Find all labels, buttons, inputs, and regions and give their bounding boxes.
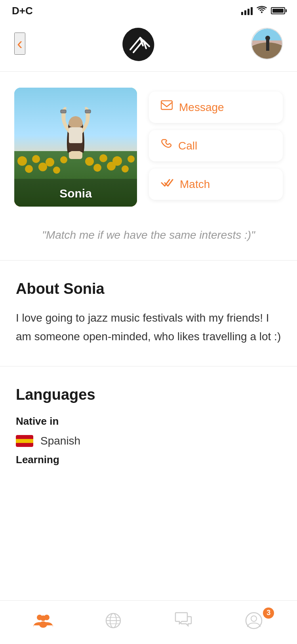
svg-point-23 (122, 165, 129, 172)
profile-badge: 3 (263, 608, 274, 619)
svg-point-10 (17, 156, 27, 166)
svg-point-13 (60, 156, 67, 163)
match-button[interactable]: Match (149, 169, 283, 200)
profile-photo: Sonia (14, 88, 137, 207)
about-body: I love going to jazz music festivals wit… (16, 309, 281, 346)
svg-rect-30 (161, 101, 172, 109)
match-icon (161, 177, 173, 191)
svg-point-17 (128, 155, 135, 163)
svg-rect-6 (266, 40, 269, 51)
svg-point-14 (85, 157, 94, 166)
nav-profile[interactable]: 3 (228, 607, 280, 638)
svg-point-34 (40, 615, 46, 621)
spanish-label: Spanish (40, 435, 80, 447)
svg-point-21 (93, 164, 101, 172)
about-title: About Sonia (16, 280, 281, 297)
nav-chat[interactable] (158, 607, 209, 638)
message-icon (161, 100, 173, 114)
message-button[interactable]: Message (149, 92, 283, 123)
phone-icon (161, 139, 172, 153)
status-icons (241, 6, 285, 16)
globe-icon (105, 612, 122, 633)
signal-icon (241, 6, 253, 15)
status-time: D+C (12, 5, 33, 17)
quote-text: "Match me if we have the same interests … (16, 226, 281, 244)
languages-section: Languages Native in Spanish Learning (0, 366, 297, 482)
learning-label: Learning (16, 454, 281, 466)
person-circle-icon (245, 612, 263, 633)
svg-rect-27 (85, 110, 91, 113)
svg-point-22 (107, 162, 116, 171)
bottom-nav: 3 (0, 600, 297, 644)
profile-name-overlay: Sonia (59, 187, 92, 200)
profile-section: Sonia Message Call (0, 72, 297, 222)
svg-point-33 (39, 621, 47, 628)
nav-globe[interactable] (88, 607, 139, 638)
status-bar: D+C (0, 0, 297, 20)
battery-icon (271, 7, 285, 14)
svg-rect-28 (69, 127, 82, 143)
svg-point-19 (38, 163, 47, 171)
chat-bubbles-icon (174, 612, 194, 633)
svg-point-20 (53, 167, 60, 174)
back-button[interactable]: ‹ (14, 33, 25, 55)
user-avatar[interactable] (251, 28, 283, 59)
svg-rect-26 (61, 110, 66, 113)
native-label: Native in (16, 415, 281, 427)
svg-point-0 (261, 12, 263, 13)
call-label: Call (178, 140, 197, 152)
svg-point-41 (251, 616, 257, 621)
match-label: Match (180, 178, 210, 191)
svg-point-12 (46, 158, 54, 167)
svg-point-1 (120, 25, 157, 63)
languages-title: Languages (16, 386, 281, 403)
svg-point-40 (246, 613, 262, 629)
svg-point-15 (99, 154, 107, 162)
quote-section: "Match me if we have the same interests … (0, 222, 297, 261)
people-icon (33, 613, 53, 632)
app-logo (118, 24, 158, 63)
message-label: Message (179, 101, 224, 114)
header: ‹ (0, 20, 297, 72)
spanish-item: Spanish (16, 435, 281, 447)
svg-point-18 (25, 165, 33, 173)
about-section: About Sonia I love going to jazz music f… (0, 261, 297, 366)
wifi-icon (257, 6, 267, 16)
spain-flag (16, 435, 33, 447)
svg-point-11 (32, 155, 40, 163)
call-button[interactable]: Call (149, 130, 283, 161)
nav-people[interactable] (17, 607, 69, 638)
svg-point-7 (265, 36, 270, 40)
action-buttons: Message Call Match (149, 88, 283, 200)
